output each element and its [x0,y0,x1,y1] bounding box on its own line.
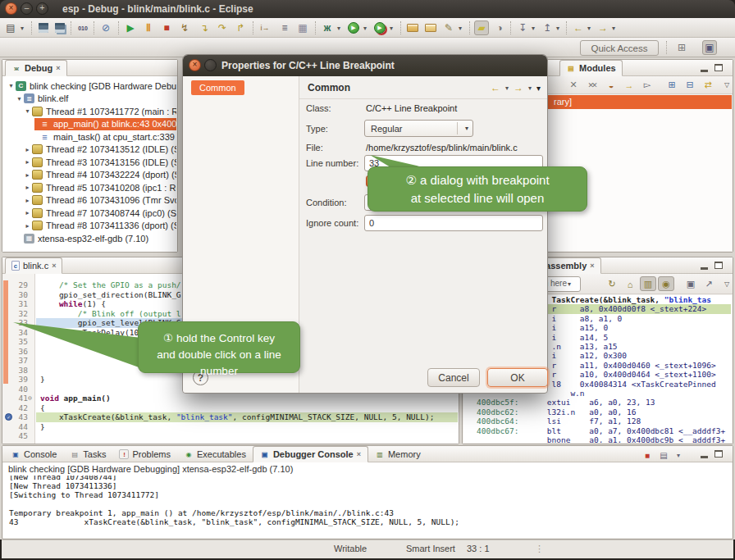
tab-blink-c[interactable]: c blink.c × [5,257,62,274]
open-folder-icon[interactable] [423,20,438,35]
tree-item-frame-main-task[interactable]: ≡main_task() at cpu_start.c:339 0x4 [3,130,176,143]
tree-item-thread7[interactable]: ▸Thread #7 1073408744 (ipc0) (Susp [3,207,176,220]
tree-item-thread3[interactable]: ▸Thread #3 1073413156 (IDLE) (Susp [3,156,176,169]
open-perspective-icon[interactable]: ⊞ [674,40,689,55]
tab-debug[interactable]: ж Debug × [5,60,67,76]
disasm-row[interactable]: 400dbc64: lsi f7, a1, 128 [464,417,731,426]
window-close-icon[interactable]: × [5,2,17,15]
window-minimize-icon[interactable]: – [21,2,33,15]
window-maximize-icon[interactable]: + [36,2,48,15]
dialog-minimize-icon[interactable] [204,59,217,71]
annotate-dropdown-icon[interactable]: ▾ [456,20,464,35]
disasm-row[interactable]: 400dbc62: l32i.n a0, a0, 16 [464,407,731,417]
run-dropdown-icon[interactable]: ▾ [361,20,369,35]
new-dropdown-icon[interactable]: ▾ [18,20,26,35]
suspend-icon[interactable]: Ⅱ [141,20,156,35]
view-menu-icon[interactable]: ▽ [719,77,735,93]
new-wizard-icon[interactable]: ▤ [3,20,18,35]
run-launch-icon[interactable]: ▶ [346,20,361,35]
tree-item-launch[interactable]: ▾Cblink checking [GDB Hardware Debug [3,80,176,93]
code-line[interactable]: 42{ [2,403,458,413]
tree-item-thread4[interactable]: ▸Thread #4 1073432224 (dport) (Sus [3,169,176,182]
disconnect-icon[interactable]: ↯ [177,20,192,35]
resume-icon[interactable]: ▶ [123,20,138,35]
chevron-down-icon[interactable]: ▾ [505,84,509,92]
skip-all-breakpoints-icon[interactable]: ⊘ [98,20,113,35]
pin-console-icon[interactable]: ▤ [657,449,670,461]
highlighter-icon[interactable]: ▰ [474,20,489,35]
load-symbols-icon[interactable]: ◒ [603,77,619,93]
code-line[interactable]: 41⊖void app_main() [2,394,458,403]
tree-item-thread1[interactable]: ▾Thread #1 1073411772 (main : Runn [3,105,176,118]
export-icon[interactable]: ↗ [701,276,717,292]
step-return-icon[interactable]: ↱ [233,20,248,35]
tree-item-elf[interactable]: ▾≣blink.elf [3,93,176,106]
cancel-button[interactable]: Cancel [427,368,480,387]
view-menu-icon[interactable]: ▾ [536,84,541,93]
forward-icon[interactable]: → [596,20,610,35]
back-icon[interactable]: ← [491,82,500,93]
expand-all-icon[interactable]: ⊞ [664,77,680,93]
sidebar-item-common[interactable]: Common [191,80,244,95]
external-tools-dropdown-icon[interactable]: ▾ [387,20,395,35]
remove-icon[interactable]: ✕ [565,77,582,93]
refresh-icon[interactable]: ↻ [604,276,620,292]
code-line[interactable]: 45 [2,431,458,441]
tree-item-thread5[interactable]: ▸Thread #5 1073410208 (ipc1 : Runni [3,181,176,194]
console-body[interactable]: blink checking [GDB Hardware Debugging] … [3,462,732,538]
console-menu-icon[interactable]: ▾ [672,449,685,461]
external-tools-icon[interactable]: ▶ [372,20,387,35]
tab-problems[interactable]: !Problems [112,446,176,462]
show-source-icon[interactable]: ▥ [640,276,656,291]
tree-item-thread8[interactable]: ▸Thread #8 1073411336 (dport) (Sus [3,220,176,233]
code-line[interactable]: 44} [2,422,458,432]
dialog-close-icon[interactable]: × [189,59,201,71]
binary-console-icon[interactable]: 010 [75,20,90,35]
disasm-row[interactable]: 400dbc5f: extui a6, a0, 23, 13 [464,398,731,407]
maximize-icon[interactable] [714,262,723,269]
profile-icon[interactable]: ◑ [492,20,507,35]
disasm-row[interactable]: bnone a0, a1, 0x400dbc9b <__adddf3+ [464,435,731,443]
tree-item-thread2[interactable]: ▸Thread #2 1073413512 (IDLE) (Susp [3,143,176,157]
open-project-icon[interactable] [405,20,420,35]
tree-item-gdb[interactable]: ▦xtensa-esp32-elf-gdb (7.10) [3,232,176,245]
type-select[interactable]: Regular ▾ [364,120,473,137]
tab-tasks[interactable]: ▤Tasks [63,446,112,462]
debug-dropdown-icon[interactable]: ▾ [335,20,343,35]
export-dropdown-icon[interactable]: ▾ [554,20,562,35]
tree-item-thread6[interactable]: ▸Thread #6 1073431096 (Tmr Svc) (S [3,194,176,207]
ignore-count-field[interactable] [364,215,543,231]
chevron-down-icon[interactable]: ▾ [528,84,532,92]
debug-perspective-icon[interactable]: ▣ [702,40,717,55]
minimize-icon[interactable] [701,262,708,270]
close-icon[interactable]: × [590,262,594,270]
close-icon[interactable]: × [52,262,56,270]
import-trace-icon[interactable]: ↧ [515,20,530,35]
terminate-console-icon[interactable]: ■ [641,449,654,461]
forward-icon[interactable]: → [514,82,523,93]
goto-file-icon[interactable]: → [621,77,637,93]
tab-console[interactable]: ▣Console [4,446,63,462]
ok-button[interactable]: OK [487,368,548,387]
code-line-43-current[interactable]: ✓43 xTaskCreate(&blink_task, "blink_task… [2,412,458,422]
show-threads-icon[interactable]: ≡ [277,20,292,35]
tree-item-frame-app-main[interactable]: ≡app_main() at blink.c:43 0x400db [3,118,176,131]
close-icon[interactable]: × [56,64,60,72]
home-icon[interactable]: ⌂ [622,276,638,292]
trace-control-icon[interactable]: ▦ [295,20,310,35]
back-dropdown-icon[interactable]: ▾ [585,20,593,35]
console-output[interactable]: [New Thread 1073408744] [New Thread 1073… [3,476,732,538]
export-trace-icon[interactable]: ↥ [540,20,555,35]
terminate-icon[interactable]: ■ [159,20,174,35]
import-dropdown-icon[interactable]: ▾ [529,20,537,35]
chevron-down-icon[interactable]: ▾ [568,280,571,288]
tab-debugger-console[interactable]: ▣Debugger Console× [253,446,368,462]
minimize-icon[interactable] [701,450,708,458]
save-icon[interactable] [36,20,51,35]
step-over-icon[interactable]: ↷ [215,20,230,35]
sync-icon[interactable]: ⇄ [700,77,716,93]
step-into-icon[interactable]: ↴ [197,20,212,35]
minimize-icon[interactable] [701,64,708,72]
close-icon[interactable]: × [357,450,361,458]
tab-memory[interactable]: ▥Memory [368,446,427,462]
